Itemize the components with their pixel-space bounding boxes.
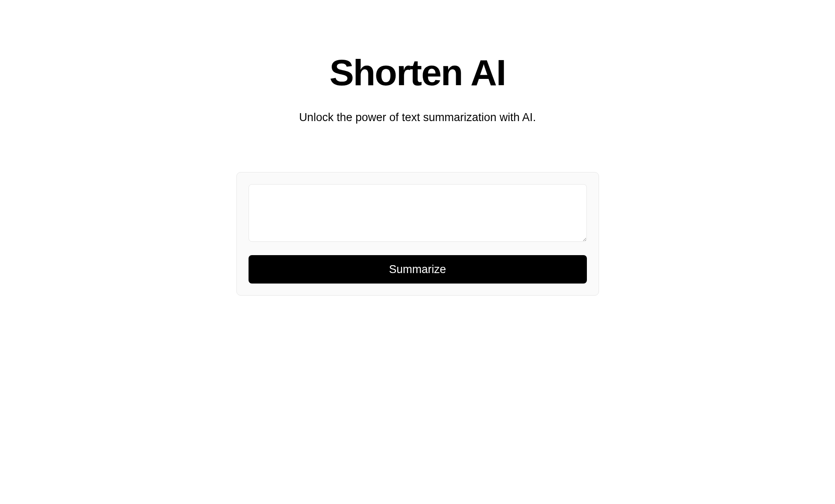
summarize-card: Summarize xyxy=(236,172,599,296)
summarize-button[interactable]: Summarize xyxy=(249,255,587,284)
header: Shorten AI Unlock the power of text summ… xyxy=(299,54,536,124)
text-input[interactable] xyxy=(249,184,587,242)
page-subtitle: Unlock the power of text summarization w… xyxy=(299,111,536,124)
page-title: Shorten AI xyxy=(299,54,536,91)
